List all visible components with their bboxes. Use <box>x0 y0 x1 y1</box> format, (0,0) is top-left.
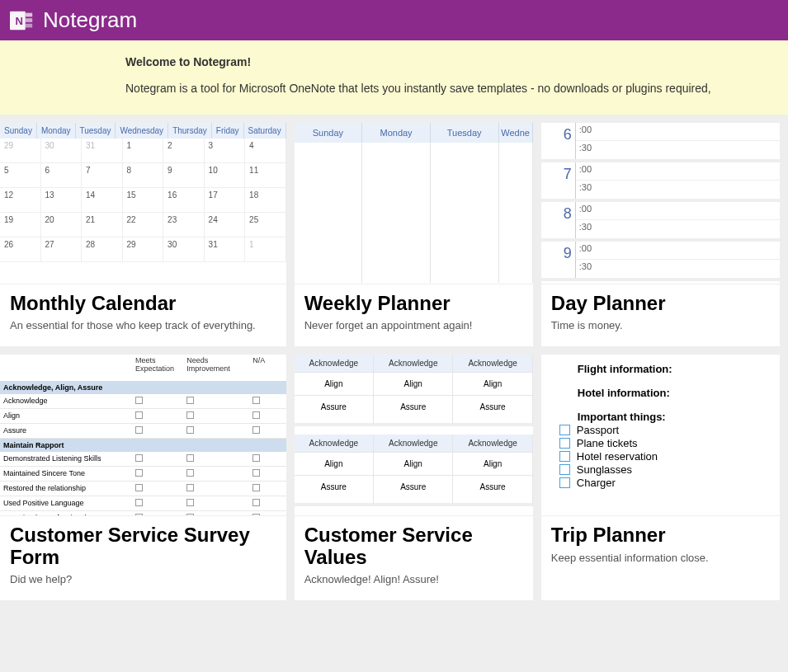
card-desc: Time is money. <box>551 319 770 331</box>
day-hour: 9 <box>541 242 576 278</box>
calendar-cell: 15 <box>123 188 164 213</box>
weekly-dayname: Tuesday <box>431 123 499 143</box>
preview-trip: Flight information: Hotel information: I… <box>541 355 780 516</box>
checkbox-icon <box>135 454 143 462</box>
calendar-cell: 29 <box>0 139 41 163</box>
checkbox-icon <box>559 464 570 475</box>
checkbox-icon <box>559 477 570 488</box>
values-cell: Align <box>295 373 374 396</box>
template-card-day[interactable]: 6:00:307:00:308:00:309:00:30 Day Planner… <box>541 123 780 346</box>
preview-weekly: SundayMondayTuesdayWedne <box>295 123 533 284</box>
calendar-cell: 8 <box>123 163 164 188</box>
survey-section: Acknowledge, Align, Assure <box>0 381 286 394</box>
survey-col: Needs Improvement <box>183 355 249 381</box>
calendar-cell: 28 <box>82 237 123 262</box>
checkbox-icon <box>186 397 194 404</box>
values-header: Acknowledge <box>453 435 532 453</box>
preview-monthly: SundayMondayTuesdayWednesdayThursdayFrid… <box>0 123 286 284</box>
values-header: Acknowledge <box>374 355 453 373</box>
welcome-banner: Welcome to Notegram! Notegram is a tool … <box>0 40 788 115</box>
weekly-dayname: Monday <box>362 123 431 143</box>
trip-flight-label: Flight information: <box>578 363 775 375</box>
calendar-cell: 30 <box>41 139 83 163</box>
template-card-survey[interactable]: Meets ExpectationNeeds ImprovementN/AAck… <box>0 355 286 600</box>
checkbox-icon <box>559 438 570 449</box>
calendar-cell: 4 <box>245 139 286 163</box>
template-card-weekly[interactable]: SundayMondayTuesdayWedne Weekly Planner … <box>295 123 533 346</box>
survey-col <box>0 355 132 381</box>
card-title: Trip Planner <box>551 524 770 546</box>
calendar-cell: 26 <box>0 237 41 262</box>
checkbox-icon <box>186 469 194 477</box>
card-desc: Did we help? <box>10 573 276 585</box>
values-cell: Align <box>295 453 374 476</box>
calendar-cell: 20 <box>41 213 83 237</box>
calendar-cell: 22 <box>123 213 164 237</box>
checkbox-icon <box>135 411 143 419</box>
values-cell: Align <box>453 373 532 396</box>
card-desc: Keep essential information close. <box>551 552 770 564</box>
banner-text: Notegram is a tool for Microsoft OneNote… <box>125 82 788 95</box>
day-hour: 6 <box>541 123 576 159</box>
checkbox-icon <box>252 454 260 462</box>
checkbox-icon <box>252 411 260 419</box>
card-title: Weekly Planner <box>304 293 523 314</box>
day-hour: 8 <box>541 202 576 238</box>
survey-row: Restored the relationship <box>0 482 286 496</box>
survey-row: Assure <box>0 424 286 439</box>
calendar-cell: 11 <box>245 163 286 188</box>
template-card-trip[interactable]: Flight information: Hotel information: I… <box>541 355 780 600</box>
checkbox-icon <box>135 499 143 506</box>
calendar-cell: 13 <box>41 188 83 213</box>
onenote-icon: N <box>10 8 35 33</box>
checkbox-icon <box>252 514 260 516</box>
day-min: :00 <box>576 202 780 220</box>
checkbox-icon <box>559 451 570 462</box>
day-min: :00 <box>576 123 780 141</box>
values-cell: Assure <box>453 476 532 506</box>
values-cell: Assure <box>374 396 453 426</box>
calendar-dayname: Thursday <box>168 123 212 139</box>
values-header: Acknowledge <box>295 435 374 453</box>
day-hour: 7 <box>541 162 576 199</box>
values-cell: Assure <box>295 396 374 426</box>
checkbox-icon <box>186 454 194 462</box>
calendar-dayname: Wednesday <box>116 123 168 139</box>
calendar-cell: 2 <box>163 139 205 163</box>
checkbox-icon <box>186 411 194 419</box>
template-card-values[interactable]: AcknowledgeAcknowledgeAcknowledgeAlignAl… <box>295 355 533 600</box>
preview-survey: Meets ExpectationNeeds ImprovementN/AAck… <box>0 355 286 516</box>
checkbox-icon <box>135 426 143 434</box>
trip-checklist-item: Charger <box>578 477 775 489</box>
calendar-dayname: Sunday <box>0 123 37 139</box>
calendar-cell: 18 <box>245 188 286 213</box>
survey-col: N/A <box>249 355 285 381</box>
day-row: 6:00:30 <box>541 123 780 162</box>
calendar-cell: 1 <box>245 237 286 262</box>
calendar-dayname: Tuesday <box>76 123 116 139</box>
values-cell: Align <box>374 453 453 476</box>
day-row: 8:00:30 <box>541 202 780 242</box>
values-cell: Assure <box>453 396 532 426</box>
survey-row: Used Positive Language <box>0 496 286 511</box>
checkbox-icon <box>135 514 143 516</box>
day-min: :30 <box>576 181 780 199</box>
calendar-cell: 10 <box>205 163 246 188</box>
checkbox-icon <box>559 425 570 435</box>
calendar-cell: 29 <box>123 237 164 262</box>
calendar-cell: 31 <box>82 139 123 163</box>
checkbox-icon <box>252 469 260 477</box>
survey-row: Demonstrated Listening Skills <box>0 452 286 467</box>
calendar-dayname: Monday <box>37 123 76 139</box>
checkbox-icon <box>252 499 260 506</box>
trip-checklist-item: Sunglasses <box>578 463 775 476</box>
template-card-monthly[interactable]: SundayMondayTuesdayWednesdayThursdayFrid… <box>0 123 286 346</box>
calendar-cell: 9 <box>163 163 205 188</box>
checkbox-icon <box>186 484 194 491</box>
preview-day: 6:00:307:00:308:00:309:00:30 <box>541 123 780 284</box>
card-desc: Acknowledge! Align! Assure! <box>304 573 523 585</box>
calendar-dayname: Friday <box>212 123 244 139</box>
calendar-cell: 1 <box>123 139 164 163</box>
values-header: Acknowledge <box>295 355 374 373</box>
calendar-cell: 23 <box>163 213 205 237</box>
